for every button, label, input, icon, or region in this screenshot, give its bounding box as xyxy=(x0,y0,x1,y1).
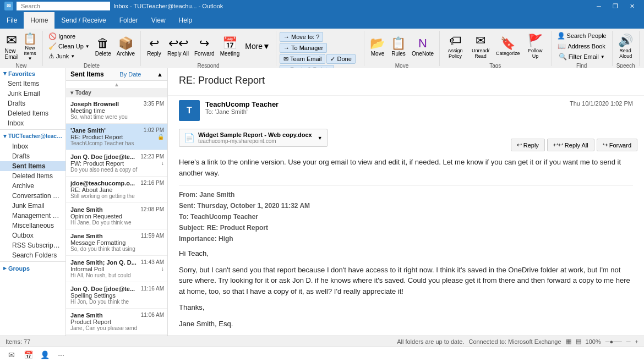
tab-send-receive[interactable]: Send / Receive xyxy=(54,12,112,29)
email-subject-7: Spelling Settings xyxy=(70,292,163,299)
quickstep-to-manager[interactable]: →To Manager xyxy=(280,43,327,53)
zoom-in-icon[interactable]: + xyxy=(635,338,638,345)
status-items-count: Items: 77 xyxy=(6,338,30,345)
folder-item-deleted-favorites[interactable]: Deleted Items xyxy=(0,108,66,118)
unread-read-button[interactable]: ✉ Unread/Read xyxy=(468,31,493,62)
folder-item-sent-favorites[interactable]: Sent Items xyxy=(0,79,66,89)
folder-item-outbox[interactable]: Outbox xyxy=(0,231,66,240)
read-aloud-button[interactable]: 🔊 ReadAloud xyxy=(616,31,636,62)
folder-item-archive[interactable]: Archive xyxy=(0,181,66,191)
folder-item-inbox-favorites[interactable]: Inbox xyxy=(0,118,66,128)
tab-home[interactable]: Home xyxy=(24,12,54,29)
close-button[interactable]: ✕ xyxy=(624,0,640,12)
minimize-button[interactable]: ─ xyxy=(591,0,607,12)
quickstep-team-email[interactable]: ✉Team Email xyxy=(280,54,325,64)
email-item-9[interactable]: 'Jane Smith' RE: Planning Committee Plea… xyxy=(66,335,167,336)
folder-item-inbox[interactable]: Inbox xyxy=(0,141,66,151)
folder-item-search[interactable]: Search Folders xyxy=(0,250,66,260)
follow-up-button[interactable]: 🚩 FollowUp xyxy=(523,31,548,62)
reply-all-button[interactable]: ↩↩ Reply All xyxy=(165,31,191,62)
tab-view[interactable]: View xyxy=(145,12,172,29)
reply-action-button[interactable]: ↩Reply xyxy=(511,139,545,151)
new-email-button[interactable]: ✉ NewEmail xyxy=(3,31,20,62)
rules-button[interactable]: 📋 Rules xyxy=(389,31,408,62)
forward-button[interactable]: ↪ Forward xyxy=(192,31,217,62)
email-item-0[interactable]: Joseph Brownell Meeting time So, what ti… xyxy=(66,97,167,124)
nav-mail-button[interactable]: ✉ xyxy=(4,349,19,361)
folder-item-junk[interactable]: Junk Email xyxy=(0,201,66,211)
delete-button[interactable]: 🗑 Delete xyxy=(93,31,113,62)
email-time-2: 12:23 PM xyxy=(140,153,164,160)
email-icon-6: ↓ xyxy=(161,266,164,272)
address-book-button[interactable]: 📖Address Book xyxy=(555,41,607,51)
folder-item-conversation[interactable]: Conversation History xyxy=(0,191,66,201)
email-item-1[interactable]: 'Jane Smith' RE: Product Report TeachUco… xyxy=(66,124,167,150)
favorites-header[interactable]: ▾Favorites xyxy=(0,68,66,79)
email-list-sort[interactable]: By Date xyxy=(119,71,141,78)
attachment-dropdown[interactable]: ▼ xyxy=(318,135,323,141)
email-item-3[interactable]: jdoe@teachucomp.o... RE: About Jane Stil… xyxy=(66,177,167,203)
sender-name: TeachUcomp Teacher xyxy=(205,100,564,108)
zoom-level: 100% xyxy=(586,338,601,345)
view-toggle-normal[interactable]: ▦ xyxy=(566,338,571,345)
email-preview-2: Do you also need a copy of xyxy=(70,167,163,173)
email-item-5[interactable]: Jane Smith Message Formatting So, do you… xyxy=(66,229,167,256)
tab-file[interactable]: File xyxy=(0,12,24,29)
new-email-split: ✉ NewEmail xyxy=(3,31,20,62)
reply-all-action-button[interactable]: ↩↩Reply All xyxy=(547,139,594,151)
folder-item-misc[interactable]: Miscellaneous xyxy=(0,221,66,231)
email-item-7[interactable]: Jon Q. Doe [jdoe@te... Spelling Settings… xyxy=(66,282,167,309)
reply-button[interactable]: ↩ Reply xyxy=(144,31,164,62)
cleanup-button[interactable]: 🧹Clean Up▼ xyxy=(46,41,92,51)
tab-help[interactable]: Help xyxy=(172,12,199,29)
folder-pane: ▾Favorites Sent Items Junk Email Drafts … xyxy=(0,68,66,336)
ribbon-group-move: 📂 Move 📋 Rules N OneNote Move xyxy=(364,31,440,66)
search-input[interactable] xyxy=(17,2,110,10)
ribbon: ✉ NewEmail 📋 NewItems ▼ New 🚫Ignore 🧹Cle… xyxy=(0,29,644,68)
archive-button[interactable]: 📦 Archive xyxy=(114,31,137,62)
zoom-out-icon[interactable]: ─ xyxy=(626,338,631,345)
filter-email-button[interactable]: 🔍Filter Email▼ xyxy=(556,52,607,62)
account-header[interactable]: ▾TUCTeacher@teachu... xyxy=(0,131,66,141)
scroll-up[interactable]: ▲ xyxy=(66,81,167,88)
assign-policy-button[interactable]: 🏷 AssignPolicy xyxy=(443,31,467,62)
restore-button[interactable]: ❐ xyxy=(608,0,623,12)
email-list-collapse[interactable]: ▲ xyxy=(157,71,163,78)
quickstep-move-to[interactable]: →Move to: ? xyxy=(280,32,323,42)
folder-item-management[interactable]: Management Documents xyxy=(0,211,66,221)
meeting-button[interactable]: 📅 Meeting xyxy=(218,31,242,62)
new-items-button[interactable]: 📋 NewItems ▼ xyxy=(21,31,39,62)
onenote-button[interactable]: N OneNote xyxy=(410,31,436,62)
quoted-header-1: From: Jane Smith Sent: Thursday, October… xyxy=(179,190,633,244)
folder-item-drafts[interactable]: Drafts xyxy=(0,151,66,161)
nav-calendar-button[interactable]: 📅 xyxy=(21,349,35,361)
ignore-button[interactable]: 🚫Ignore xyxy=(46,31,92,41)
view-toggle-compact[interactable]: ▤ xyxy=(576,338,581,345)
folder-item-rss[interactable]: RSS Subscriptions xyxy=(0,240,66,250)
folder-item-deleted[interactable]: Deleted Items xyxy=(0,171,66,181)
folder-item-drafts-favorites[interactable]: Drafts xyxy=(0,98,66,108)
attachment-item[interactable]: 📄 Widget Sample Report - Web copy.docx t… xyxy=(179,129,328,147)
junk-button[interactable]: ⚠Junk▼ xyxy=(46,51,92,61)
groups-header[interactable]: ▸Groups xyxy=(0,263,66,273)
email-item-8[interactable]: Jane Smith Product Report Jane, Can you … xyxy=(66,309,167,335)
quickstep-done[interactable]: ✓Done xyxy=(326,54,355,64)
move-button[interactable]: 📂 Move xyxy=(368,31,388,62)
folder-item-junk-favorites[interactable]: Junk Email xyxy=(0,89,66,98)
nav-people-button[interactable]: 👤 xyxy=(37,349,52,361)
tab-folder[interactable]: Folder xyxy=(113,12,145,29)
nav-more-button[interactable]: ··· xyxy=(54,349,68,361)
ribbon-group-find: 👤Search People 📖Address Book 🔍Filter Ema… xyxy=(552,31,613,66)
folder-item-sent[interactable]: Sent Items xyxy=(0,161,66,171)
main-panes: ▾Favorites Sent Items Junk Email Drafts … xyxy=(0,68,644,336)
categorize-button[interactable]: 🔖 Categorize xyxy=(494,31,522,62)
email-item-4[interactable]: Jane Smith Opinion Requested Hi Jane, Do… xyxy=(66,203,167,229)
forward-action-button[interactable]: ↪Forward xyxy=(597,139,637,151)
email-item-6[interactable]: Jane Smith; Jon Q. D... Informal Poll Hi… xyxy=(66,256,167,282)
email-preview-3: Still working on getting the xyxy=(70,193,163,199)
email-item-2[interactable]: Jon Q. Doe [jdoe@te... FW: Product Repor… xyxy=(66,150,167,177)
search-people-button[interactable]: 👤Search People xyxy=(555,31,609,41)
zoom-slider[interactable]: ─●── xyxy=(605,338,622,345)
status-connection: Connected to: Microsoft Exchange xyxy=(468,338,561,345)
more-respond-button[interactable]: More▼ xyxy=(243,31,272,62)
